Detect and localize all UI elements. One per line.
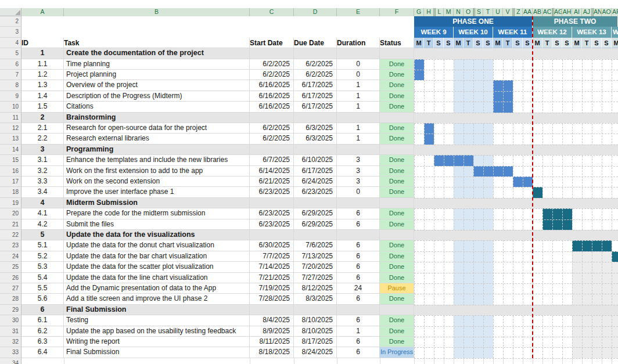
duration-cell[interactable]: 6 — [337, 262, 380, 272]
column-header-E[interactable]: E — [337, 8, 380, 16]
column-header-S[interactable]: S — [473, 8, 483, 16]
start-date-cell[interactable]: 7/19/2025 — [250, 283, 294, 294]
start-date-cell[interactable]: 7/21/2025 — [250, 273, 294, 283]
task-cell[interactable]: Time planning — [64, 59, 250, 70]
row-header-8[interactable]: 8 — [0, 80, 21, 91]
column-header-AB[interactable]: AB — [533, 8, 542, 16]
start-date-cell[interactable] — [250, 48, 294, 59]
row-header-14[interactable]: 14 — [0, 145, 21, 155]
duration-cell[interactable]: 1 — [337, 102, 380, 112]
due-date-cell[interactable]: 8/12/2025 — [294, 283, 337, 294]
start-date-cell[interactable]: 6/16/2025 — [250, 80, 294, 91]
id-cell[interactable]: 5.1 — [21, 240, 64, 251]
column-header-B[interactable]: B — [64, 8, 250, 16]
start-date-cell[interactable]: 8/9/2025 — [250, 326, 294, 337]
duration-cell[interactable]: 24 — [337, 283, 380, 294]
due-date-cell[interactable] — [294, 113, 337, 123]
task-cell[interactable]: Work on the first extension to add to th… — [64, 166, 250, 176]
duration-cell[interactable]: 3 — [337, 166, 380, 176]
status-cell[interactable]: Done — [380, 102, 414, 112]
start-date-cell[interactable]: 6/2/2025 — [250, 134, 294, 144]
id-cell[interactable]: 1.5 — [21, 102, 64, 112]
column-header-F[interactable]: F — [380, 8, 414, 16]
row-header-11[interactable]: 11 — [0, 113, 21, 123]
id-cell[interactable]: 6.2 — [21, 326, 64, 337]
due-date-cell[interactable]: 6/17/2025 — [294, 80, 337, 91]
duration-cell[interactable]: 6 — [337, 240, 380, 251]
start-date-cell[interactable]: 8/11/2025 — [250, 337, 294, 347]
task-cell[interactable]: Add the Dynamic presentation of data to … — [64, 283, 250, 294]
id-cell[interactable]: 3.4 — [21, 187, 64, 197]
gantt-bar-2.2[interactable] — [424, 134, 434, 144]
section-title-cell[interactable]: Midterm Submission — [64, 198, 250, 208]
day-header-cell[interactable]: T — [503, 38, 513, 48]
task-cell[interactable]: Project planning — [64, 70, 250, 80]
status-cell[interactable]: Done — [380, 59, 414, 70]
select-all-corner[interactable] — [0, 8, 21, 16]
day-header-cell[interactable]: S — [444, 38, 454, 48]
column-header-AJ[interactable]: AJ — [582, 8, 592, 16]
column-header-L[interactable]: L — [434, 8, 444, 16]
task-cell[interactable]: Update the data for the bar chart visual… — [64, 251, 250, 262]
row-header-30[interactable]: 30 — [0, 315, 21, 326]
duration-cell[interactable]: 3 — [337, 176, 380, 187]
status-cell[interactable]: Done — [380, 326, 414, 337]
day-header-cell[interactable]: S — [434, 38, 444, 48]
task-cell[interactable]: Update the data for the donut chart visu… — [64, 240, 250, 251]
status-cell[interactable]: Done — [380, 208, 414, 219]
duration-cell[interactable]: 6 — [337, 273, 380, 283]
id-cell[interactable]: 5.2 — [21, 251, 64, 262]
column-header-AG[interactable]: AG — [552, 8, 562, 16]
phase-one-header[interactable]: PHASE ONE — [414, 16, 533, 27]
column-header-H[interactable]: H — [424, 8, 434, 16]
status-cell[interactable]: Done — [380, 337, 414, 347]
day-header-cell[interactable]: M — [572, 38, 582, 48]
gantt-bar-4.2[interactable] — [542, 219, 572, 230]
task-cell[interactable]: Update the app based on the usability te… — [64, 326, 250, 337]
row-header-23[interactable]: 23 — [0, 240, 21, 251]
column-header-A[interactable]: A — [21, 8, 64, 16]
day-header-cell[interactable]: M — [454, 38, 464, 48]
duration-cell[interactable]: 1 — [337, 80, 380, 91]
id-cell[interactable]: 6.4 — [21, 347, 64, 358]
duration-cell[interactable] — [337, 198, 380, 208]
id-cell[interactable]: 5 — [21, 230, 64, 240]
start-date-cell[interactable]: 7/14/2025 — [250, 262, 294, 272]
start-date-cell[interactable]: 6/7/2025 — [250, 155, 294, 165]
status-cell[interactable]: Done — [380, 176, 414, 187]
status-cell[interactable] — [380, 230, 414, 240]
column-header-D[interactable]: D — [294, 8, 337, 16]
row-header-2[interactable]: 2 — [0, 16, 21, 27]
row-header-31[interactable]: 31 — [0, 326, 21, 337]
week-header-6[interactable]: WEEK 14 — [612, 27, 618, 37]
duration-cell[interactable]: 6 — [337, 294, 380, 304]
day-header-cell[interactable]: M — [493, 38, 503, 48]
id-cell[interactable]: 1 — [21, 48, 64, 59]
day-header-cell[interactable]: M — [533, 38, 542, 48]
due-date-cell[interactable]: 6/3/2025 — [294, 134, 337, 144]
duration-cell[interactable]: 1 — [337, 91, 380, 102]
id-cell[interactable]: 3.1 — [21, 155, 64, 165]
status-cell[interactable]: Done — [380, 262, 414, 272]
start-date-cell[interactable] — [250, 113, 294, 123]
id-cell[interactable]: 6.3 — [21, 337, 64, 347]
duration-cell[interactable]: 0 — [337, 70, 380, 80]
duration-cell[interactable] — [337, 48, 380, 59]
status-cell[interactable]: Done — [380, 155, 414, 165]
status-cell[interactable] — [380, 113, 414, 123]
start-date-cell[interactable] — [250, 230, 294, 240]
row-header-16[interactable]: 16 — [0, 166, 21, 176]
row-header-24[interactable]: 24 — [0, 251, 21, 262]
start-date-cell[interactable]: 6/30/2025 — [250, 240, 294, 251]
status-cell[interactable]: Done — [380, 187, 414, 197]
week-header-2[interactable]: WEEK 10 — [454, 27, 493, 37]
row-header-19[interactable]: 19 — [0, 198, 21, 208]
section-title-cell[interactable]: Programming — [64, 145, 250, 155]
task-cell[interactable]: Citations — [64, 102, 250, 112]
day-header-cell[interactable]: T — [464, 38, 473, 48]
task-cell[interactable]: Testing — [64, 315, 250, 326]
header-duration[interactable]: Duration — [337, 38, 380, 48]
task-cell[interactable]: Research external libraries — [64, 134, 250, 144]
due-date-cell[interactable]: 6/10/2025 — [294, 155, 337, 165]
row-header-32[interactable]: 32 — [0, 337, 21, 347]
